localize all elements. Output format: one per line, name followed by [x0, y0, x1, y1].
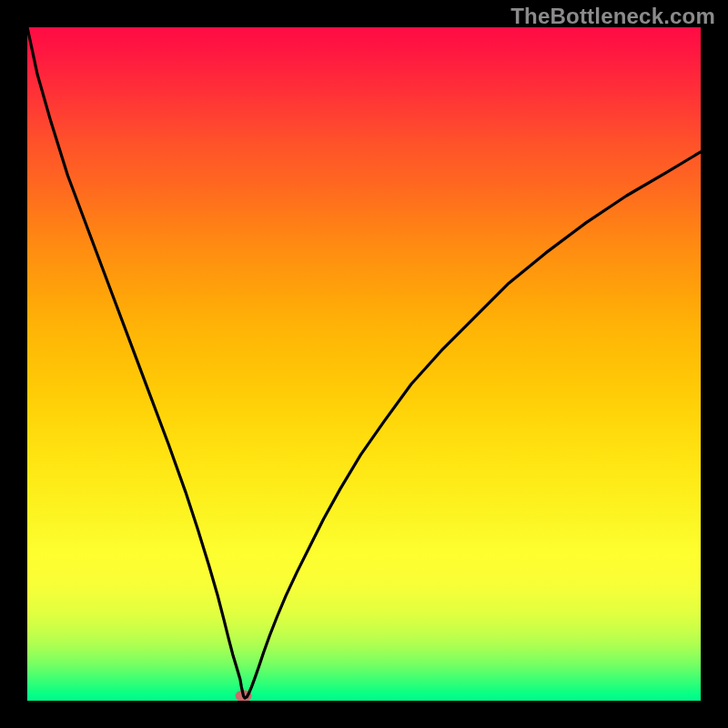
chart-frame: TheBottleneck.com [0, 0, 728, 728]
curve-svg [27, 27, 701, 701]
bottleneck-curve [27, 27, 701, 698]
plot-area [27, 27, 701, 701]
watermark-text: TheBottleneck.com [511, 4, 715, 29]
